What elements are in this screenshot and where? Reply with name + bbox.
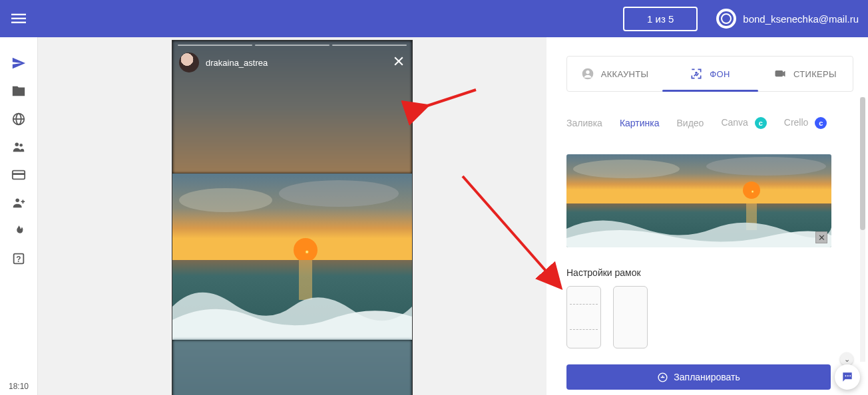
subtab-crello-label: Crello — [784, 117, 809, 128]
sidebar-item-help[interactable]: ? — [0, 245, 37, 273]
stickers-icon — [773, 67, 787, 80]
folder-icon — [11, 84, 26, 98]
subtab-fill[interactable]: Заливка — [566, 118, 602, 128]
frame-settings-title: Настройки рамок — [566, 267, 853, 278]
subtab-crello[interactable]: Crello c — [784, 117, 827, 129]
sidebar-clock: 18:10 — [9, 382, 29, 395]
background-image-thumbnail[interactable]: ✕ — [566, 154, 831, 247]
svg-point-34 — [849, 375, 851, 376]
tab-accounts[interactable]: АККАУНТЫ — [567, 57, 662, 91]
background-subtabs: Заливка Картинка Видео Canva c Crello c — [566, 117, 853, 129]
schedule-button[interactable]: Запланировать — [566, 364, 831, 390]
svg-point-23 — [696, 72, 698, 74]
background-icon — [690, 67, 703, 80]
tab-background-label: ФОН — [710, 69, 730, 79]
canva-badge-icon: c — [755, 117, 767, 129]
tab-stickers-label: СТИКЕРЫ — [793, 69, 837, 79]
svg-rect-18 — [299, 260, 312, 300]
subtab-canva[interactable]: Canva c — [721, 117, 766, 129]
account-icon — [581, 67, 594, 80]
svg-point-33 — [847, 375, 849, 376]
svg-rect-24 — [775, 70, 783, 76]
hamburger-icon — [11, 11, 26, 26]
thumbnail-delete-button[interactable]: ✕ — [815, 231, 827, 243]
sidebar-item-publish[interactable] — [0, 49, 37, 77]
scroll-down-button[interactable]: ⌄ — [840, 352, 853, 366]
story-preview[interactable]: drakaina_astrea — [172, 40, 413, 395]
svg-rect-0 — [11, 14, 26, 15]
user-email[interactable]: bond_ksenechka@mail.ru — [743, 13, 859, 25]
sidebar-item-trending[interactable] — [0, 217, 37, 245]
globe-icon — [11, 112, 26, 126]
sidebar-item-globe[interactable] — [0, 105, 37, 133]
card-icon — [11, 168, 26, 182]
story-close-button[interactable] — [392, 55, 405, 70]
top-bar: 1 из 5 bond_ksenechka@mail.ru — [0, 0, 868, 37]
menu-button[interactable] — [0, 0, 37, 37]
story-author-avatar[interactable] — [179, 53, 199, 72]
sidebar-item-billing[interactable] — [0, 161, 37, 189]
svg-point-16 — [294, 238, 318, 262]
scrollbar-thumb[interactable] — [860, 97, 865, 230]
svg-rect-1 — [11, 18, 26, 19]
svg-point-14 — [179, 188, 272, 212]
subtab-video[interactable]: Видео — [677, 118, 704, 128]
fire-icon — [11, 223, 26, 238]
schedule-icon — [657, 372, 668, 383]
svg-point-7 — [19, 144, 23, 147]
svg-point-15 — [279, 180, 399, 207]
story-author-name: drakaina_astrea — [206, 58, 268, 68]
svg-point-26 — [573, 160, 680, 178]
story-pager[interactable]: 1 из 5 — [623, 7, 698, 31]
svg-rect-2 — [11, 22, 26, 23]
story-background-image — [172, 41, 412, 395]
subtab-canva-label: Canva — [721, 117, 748, 128]
chat-icon — [841, 370, 854, 384]
svg-point-22 — [586, 70, 589, 74]
svg-text:?: ? — [16, 255, 21, 264]
sidebar: ? 18:10 — [0, 37, 38, 395]
panel-tabs: АККАУНТЫ ФОН СТИКЕРЫ — [566, 56, 853, 92]
canvas-area: drakaina_astrea — [38, 37, 546, 395]
add-users-icon — [11, 196, 26, 210]
tab-background[interactable]: ФОН — [662, 57, 758, 91]
svg-point-28 — [743, 182, 760, 199]
paper-plane-icon — [11, 56, 26, 70]
user-avatar[interactable] — [716, 9, 736, 29]
close-icon — [392, 55, 405, 68]
frame-option-fit[interactable] — [566, 286, 601, 348]
frame-settings: Настройки рамок — [566, 267, 853, 348]
svg-rect-9 — [13, 173, 25, 175]
right-panel: АККАУНТЫ ФОН СТИКЕРЫ Заливка Картинка Ви… — [546, 37, 868, 395]
tab-stickers[interactable]: СТИКЕРЫ — [758, 57, 853, 91]
svg-point-6 — [15, 143, 19, 147]
help-icon: ? — [11, 251, 26, 266]
story-progress — [178, 45, 407, 46]
frame-option-fill[interactable] — [613, 286, 648, 348]
sidebar-item-add-users[interactable] — [0, 189, 37, 217]
svg-point-10 — [15, 199, 19, 203]
chat-fab[interactable] — [835, 364, 860, 390]
tab-accounts-label: АККАУНТЫ — [601, 69, 648, 79]
users-icon — [11, 140, 26, 154]
subtab-image[interactable]: Картинка — [620, 118, 660, 128]
sidebar-item-files[interactable] — [0, 77, 37, 105]
svg-point-32 — [845, 375, 847, 376]
crello-badge-icon: c — [815, 117, 827, 129]
schedule-button-label: Запланировать — [674, 372, 740, 382]
svg-point-27 — [706, 157, 826, 176]
sidebar-item-users[interactable] — [0, 133, 37, 161]
